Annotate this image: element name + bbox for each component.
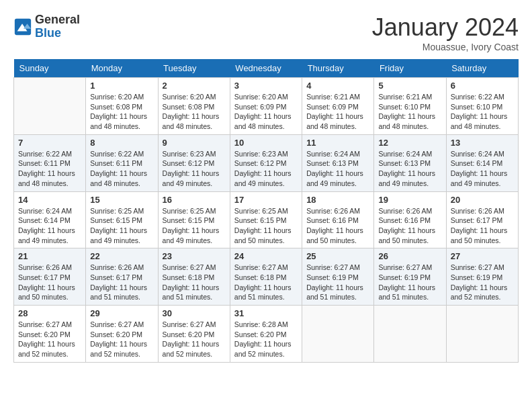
- day-number: 9: [163, 138, 226, 148]
- day-info: Sunrise: 6:25 AMSunset: 6:15 PMDaylight:…: [234, 206, 298, 246]
- table-row: [302, 306, 374, 363]
- day-number: 30: [163, 308, 226, 318]
- day-number: 19: [378, 195, 441, 205]
- day-info: Sunrise: 6:25 AMSunset: 6:15 PMDaylight:…: [163, 206, 226, 246]
- day-number: 12: [378, 138, 441, 148]
- table-row: 28Sunrise: 6:27 AMSunset: 6:20 PMDayligh…: [14, 306, 86, 363]
- day-number: 16: [163, 195, 226, 205]
- table-row: 24Sunrise: 6:27 AMSunset: 6:18 PMDayligh…: [230, 248, 302, 306]
- col-wednesday: Wednesday: [230, 59, 302, 78]
- day-info: Sunrise: 6:27 AMSunset: 6:20 PMDaylight:…: [90, 320, 153, 359]
- table-row: 21Sunrise: 6:26 AMSunset: 6:17 PMDayligh…: [14, 248, 86, 306]
- day-number: 25: [306, 251, 369, 261]
- day-number: 10: [234, 138, 298, 148]
- day-number: 1: [90, 81, 153, 91]
- table-row: 15Sunrise: 6:25 AMSunset: 6:15 PMDayligh…: [86, 191, 158, 248]
- day-number: 27: [451, 251, 514, 261]
- logo-icon: [13, 17, 32, 36]
- day-info: Sunrise: 6:26 AMSunset: 6:16 PMDaylight:…: [306, 206, 369, 246]
- day-number: 17: [234, 195, 298, 205]
- table-row: [14, 78, 86, 135]
- day-info: Sunrise: 6:20 AMSunset: 6:08 PMDaylight:…: [163, 92, 226, 132]
- table-row: 23Sunrise: 6:27 AMSunset: 6:18 PMDayligh…: [158, 248, 230, 306]
- day-number: 23: [163, 251, 226, 261]
- calendar-header-row: Sunday Monday Tuesday Wednesday Thursday…: [14, 59, 519, 78]
- day-number: 5: [378, 81, 441, 91]
- table-row: 7Sunrise: 6:22 AMSunset: 6:11 PMDaylight…: [14, 134, 86, 191]
- calendar-week-row: 21Sunrise: 6:26 AMSunset: 6:17 PMDayligh…: [14, 248, 519, 306]
- day-number: 14: [18, 195, 81, 205]
- table-row: 17Sunrise: 6:25 AMSunset: 6:15 PMDayligh…: [230, 191, 302, 248]
- day-number: 29: [90, 308, 153, 318]
- day-number: 22: [90, 251, 153, 261]
- table-row: [374, 306, 446, 363]
- day-info: Sunrise: 6:26 AMSunset: 6:16 PMDaylight:…: [378, 206, 441, 246]
- table-row: 19Sunrise: 6:26 AMSunset: 6:16 PMDayligh…: [374, 191, 446, 248]
- day-number: 15: [90, 195, 153, 205]
- title-block: January 2024 Mouassue, Ivory Coast: [372, 13, 519, 52]
- day-info: Sunrise: 6:23 AMSunset: 6:12 PMDaylight:…: [234, 149, 298, 189]
- day-number: 21: [18, 251, 81, 261]
- col-monday: Monday: [86, 59, 158, 78]
- day-info: Sunrise: 6:24 AMSunset: 6:14 PMDaylight:…: [451, 149, 514, 189]
- logo-blue-text: Blue: [35, 27, 80, 40]
- day-info: Sunrise: 6:25 AMSunset: 6:15 PMDaylight:…: [90, 206, 153, 246]
- page-header: General Blue January 2024 Mouassue, Ivor…: [13, 13, 519, 52]
- logo-general-text: General: [35, 13, 80, 27]
- day-info: Sunrise: 6:26 AMSunset: 6:17 PMDaylight:…: [90, 263, 153, 302]
- location-subtitle: Mouassue, Ivory Coast: [372, 42, 519, 52]
- day-info: Sunrise: 6:27 AMSunset: 6:18 PMDaylight:…: [234, 263, 298, 302]
- table-row: 25Sunrise: 6:27 AMSunset: 6:19 PMDayligh…: [302, 248, 374, 306]
- table-row: 18Sunrise: 6:26 AMSunset: 6:16 PMDayligh…: [302, 191, 374, 248]
- day-number: 13: [451, 138, 514, 148]
- day-info: Sunrise: 6:20 AMSunset: 6:09 PMDaylight:…: [234, 92, 298, 132]
- table-row: 16Sunrise: 6:25 AMSunset: 6:15 PMDayligh…: [158, 191, 230, 248]
- table-row: 11Sunrise: 6:24 AMSunset: 6:13 PMDayligh…: [302, 134, 374, 191]
- day-number: 6: [451, 81, 514, 91]
- calendar-week-row: 28Sunrise: 6:27 AMSunset: 6:20 PMDayligh…: [14, 306, 519, 363]
- day-info: Sunrise: 6:27 AMSunset: 6:19 PMDaylight:…: [378, 263, 441, 302]
- table-row: 5Sunrise: 6:21 AMSunset: 6:10 PMDaylight…: [374, 78, 446, 135]
- table-row: 27Sunrise: 6:27 AMSunset: 6:19 PMDayligh…: [446, 248, 518, 306]
- day-info: Sunrise: 6:27 AMSunset: 6:19 PMDaylight:…: [306, 263, 369, 302]
- day-info: Sunrise: 6:22 AMSunset: 6:11 PMDaylight:…: [18, 149, 81, 189]
- day-number: 4: [306, 81, 369, 91]
- day-number: 7: [18, 138, 81, 148]
- col-saturday: Saturday: [446, 59, 518, 78]
- day-number: 24: [234, 251, 298, 261]
- table-row: 30Sunrise: 6:27 AMSunset: 6:20 PMDayligh…: [158, 306, 230, 363]
- day-info: Sunrise: 6:24 AMSunset: 6:13 PMDaylight:…: [306, 149, 369, 189]
- day-number: 18: [306, 195, 369, 205]
- table-row: 29Sunrise: 6:27 AMSunset: 6:20 PMDayligh…: [86, 306, 158, 363]
- day-info: Sunrise: 6:22 AMSunset: 6:11 PMDaylight:…: [90, 149, 153, 189]
- day-number: 2: [163, 81, 226, 91]
- calendar-week-row: 1Sunrise: 6:20 AMSunset: 6:08 PMDaylight…: [14, 78, 519, 135]
- table-row: 10Sunrise: 6:23 AMSunset: 6:12 PMDayligh…: [230, 134, 302, 191]
- calendar-table: Sunday Monday Tuesday Wednesday Thursday…: [13, 59, 519, 363]
- table-row: 13Sunrise: 6:24 AMSunset: 6:14 PMDayligh…: [446, 134, 518, 191]
- table-row: 26Sunrise: 6:27 AMSunset: 6:19 PMDayligh…: [374, 248, 446, 306]
- day-info: Sunrise: 6:27 AMSunset: 6:19 PMDaylight:…: [451, 263, 514, 302]
- table-row: 3Sunrise: 6:20 AMSunset: 6:09 PMDaylight…: [230, 78, 302, 135]
- table-row: 12Sunrise: 6:24 AMSunset: 6:13 PMDayligh…: [374, 134, 446, 191]
- day-info: Sunrise: 6:26 AMSunset: 6:17 PMDaylight:…: [18, 263, 81, 302]
- day-info: Sunrise: 6:22 AMSunset: 6:10 PMDaylight:…: [451, 92, 514, 132]
- day-number: 3: [234, 81, 298, 91]
- table-row: 9Sunrise: 6:23 AMSunset: 6:12 PMDaylight…: [158, 134, 230, 191]
- table-row: 8Sunrise: 6:22 AMSunset: 6:11 PMDaylight…: [86, 134, 158, 191]
- day-info: Sunrise: 6:21 AMSunset: 6:10 PMDaylight:…: [378, 92, 441, 132]
- table-row: 2Sunrise: 6:20 AMSunset: 6:08 PMDaylight…: [158, 78, 230, 135]
- calendar-week-row: 14Sunrise: 6:24 AMSunset: 6:14 PMDayligh…: [14, 191, 519, 248]
- day-number: 28: [18, 308, 81, 318]
- day-number: 20: [451, 195, 514, 205]
- logo-text: General Blue: [35, 13, 80, 40]
- day-info: Sunrise: 6:21 AMSunset: 6:09 PMDaylight:…: [306, 92, 369, 132]
- day-info: Sunrise: 6:27 AMSunset: 6:18 PMDaylight:…: [163, 263, 226, 302]
- table-row: 4Sunrise: 6:21 AMSunset: 6:09 PMDaylight…: [302, 78, 374, 135]
- day-number: 8: [90, 138, 153, 148]
- day-info: Sunrise: 6:24 AMSunset: 6:13 PMDaylight:…: [378, 149, 441, 189]
- day-info: Sunrise: 6:26 AMSunset: 6:17 PMDaylight:…: [451, 206, 514, 246]
- day-info: Sunrise: 6:27 AMSunset: 6:20 PMDaylight:…: [163, 320, 226, 359]
- logo: General Blue: [13, 13, 80, 40]
- col-tuesday: Tuesday: [158, 59, 230, 78]
